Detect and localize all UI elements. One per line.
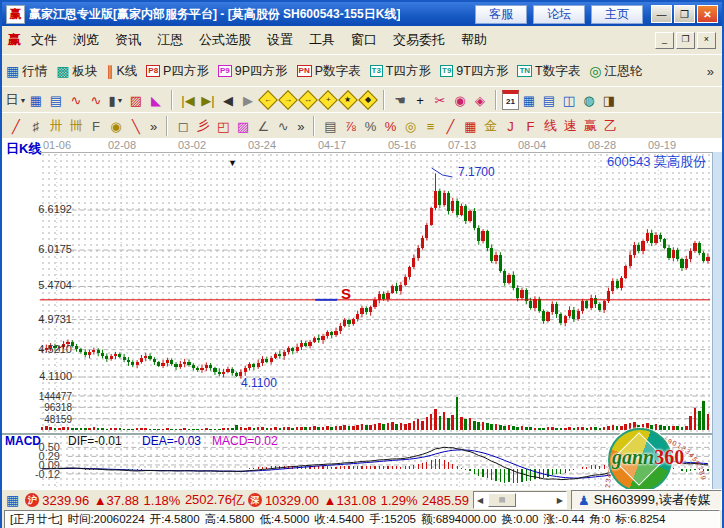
- calendar-icon[interactable]: 21: [502, 90, 519, 110]
- prev-bar-icon[interactable]: ◀: [218, 90, 238, 110]
- gann360-text-green: gann: [612, 446, 654, 468]
- knot-tool-icon[interactable]: ◈: [470, 90, 490, 110]
- cut-tool-icon[interactable]: ✂: [430, 90, 450, 110]
- spiral-tool-icon[interactable]: ◉: [106, 116, 126, 136]
- customer-service-button[interactable]: 客服: [475, 5, 527, 24]
- homepage-button[interactable]: 主页: [591, 5, 643, 24]
- child-minimize-button[interactable]: _: [655, 32, 674, 49]
- shenzhen-index-icon: 深: [248, 493, 262, 507]
- status-field-8: 换:0.00: [501, 512, 538, 527]
- j-line-icon[interactable]: J: [500, 116, 520, 136]
- quote-board-icon[interactable]: ▦: [6, 492, 19, 508]
- mini-chart9-icon[interactable]: ∿: [86, 90, 106, 110]
- t-table-button[interactable]: TNT数字表: [517, 63, 580, 80]
- pen2-tool-icon[interactable]: ╲: [126, 116, 146, 136]
- multi-window-icon[interactable]: ▦: [26, 90, 46, 110]
- percent-red-icon[interactable]: %: [380, 116, 400, 136]
- gann-left-icon[interactable]: ←: [258, 90, 278, 110]
- menu-item-5[interactable]: 设置: [267, 31, 293, 49]
- toolbar-overflow-chevron[interactable]: »: [297, 119, 304, 134]
- selected-stock-panel[interactable]: ♟ SH603999,读者传媒: [571, 490, 722, 510]
- web-data-icon[interactable]: ◍: [579, 90, 599, 110]
- percent-icon[interactable]: %: [360, 116, 380, 136]
- ruler-icon[interactable]: ▤: [320, 116, 340, 136]
- sectors-button[interactable]: ▩板块: [56, 63, 97, 80]
- gann-cross-icon[interactable]: +: [318, 90, 338, 110]
- gann-star-icon[interactable]: ★: [338, 90, 358, 110]
- menu-item-0[interactable]: 文件: [31, 31, 57, 49]
- quotes-button[interactable]: ▦行情: [6, 63, 47, 80]
- menu-item-3[interactable]: 江恩: [157, 31, 183, 49]
- gann-grid1-icon[interactable]: 卅: [46, 116, 66, 136]
- export-icon[interactable]: ◨: [599, 90, 619, 110]
- close-button[interactable]: ✕: [697, 5, 718, 23]
- gold-circle-icon[interactable]: ◎: [400, 116, 420, 136]
- candle-type-dropdown[interactable]: 日▼: [6, 90, 26, 110]
- line-text-icon[interactable]: 线: [540, 116, 560, 136]
- menu-item-7[interactable]: 窗口: [351, 31, 377, 49]
- next-bar-icon[interactable]: ▶: [238, 90, 258, 110]
- flower-tool-icon[interactable]: ◉: [450, 90, 470, 110]
- menu-item-9[interactable]: 帮助: [461, 31, 487, 49]
- menu-item-2[interactable]: 资讯: [115, 31, 141, 49]
- mini-chart3-icon[interactable]: ∿: [66, 90, 86, 110]
- gann-wheel-button[interactable]: ◎江恩轮: [589, 63, 642, 80]
- win-line-icon[interactable]: 赢: [580, 116, 600, 136]
- kline-button[interactable]: ∥K线: [106, 63, 137, 80]
- p-square-button[interactable]: P8P四方形: [146, 63, 209, 80]
- gold-text-icon[interactable]: 金: [480, 116, 500, 136]
- square-pattern-icon[interactable]: ▨: [233, 116, 253, 136]
- menu-item-6[interactable]: 工具: [309, 31, 335, 49]
- report-icon[interactable]: ▤: [46, 90, 66, 110]
- p-table-button[interactable]: PNP数字表: [297, 63, 361, 80]
- toolbar-overflow-chevron[interactable]: »: [150, 119, 157, 134]
- percent7-icon[interactable]: ⅞: [340, 116, 360, 136]
- t-square-button[interactable]: T3T四方形: [370, 63, 431, 80]
- red-grid-icon[interactable]: ▦: [460, 116, 480, 136]
- memo-icon[interactable]: ▤: [539, 90, 559, 110]
- speed-line-icon[interactable]: 速: [560, 116, 580, 136]
- crosshair-tool-icon[interactable]: +: [410, 90, 430, 110]
- grid-tool-icon[interactable]: ♯: [26, 116, 46, 136]
- minimize-button[interactable]: —: [651, 5, 672, 23]
- gold-line-icon[interactable]: ≡: [420, 116, 440, 136]
- gann-lr-icon[interactable]: ↔: [298, 90, 318, 110]
- menu-item-4[interactable]: 公式选股: [199, 31, 251, 49]
- f-line-icon[interactable]: F: [520, 116, 540, 136]
- angle-tool-icon[interactable]: ∠: [253, 116, 273, 136]
- bar-type-dropdown[interactable]: ▮▼: [106, 90, 126, 110]
- fibonacci-tool-icon[interactable]: F: [86, 116, 106, 136]
- gann-all-icon[interactable]: ◆: [358, 90, 378, 110]
- selected-stock-label: SH603999,读者传媒: [594, 491, 711, 509]
- toolbar-overflow-chevron[interactable]: »: [707, 64, 714, 79]
- child-close-button[interactable]: ×: [697, 32, 716, 49]
- gann-right-icon[interactable]: →: [278, 90, 298, 110]
- child-restore-button[interactable]: ❐: [676, 32, 695, 49]
- red-pattern-icon[interactable]: ▨: [126, 90, 146, 110]
- hand-tool-icon[interactable]: ☚: [390, 90, 410, 110]
- ticker-scrollbar[interactable]: ◀ ▤ ▶: [473, 491, 567, 509]
- ticker-scroll-thumb[interactable]: ▤: [488, 493, 516, 507]
- last-bar-icon[interactable]: ▶|: [198, 90, 218, 110]
- color-flag-icon[interactable]: ◣: [146, 90, 166, 110]
- calculator-icon[interactable]: ▦: [519, 90, 539, 110]
- t9-square-button[interactable]: T99T四方形: [440, 63, 508, 80]
- first-bar-icon[interactable]: |◀: [178, 90, 198, 110]
- chart-area[interactable]: 日K线 01-0602-0803-0203-2404-1705-1607-130…: [2, 138, 722, 489]
- ticker-scroll-right-icon[interactable]: ▶: [554, 496, 566, 505]
- restore-button[interactable]: ❐: [674, 5, 695, 23]
- menu-item-8[interactable]: 交易委托: [393, 31, 445, 49]
- ticker-scroll-left-icon[interactable]: ◀: [474, 496, 486, 505]
- z-line-icon[interactable]: 乙: [600, 116, 620, 136]
- box-tool-icon[interactable]: ◻: [173, 116, 193, 136]
- menu-item-1[interactable]: 浏览: [73, 31, 99, 49]
- fan-tool-icon[interactable]: 彡: [193, 116, 213, 136]
- forum-button[interactable]: 论坛: [533, 5, 585, 24]
- pen3-icon[interactable]: ╱: [440, 116, 460, 136]
- save-icon[interactable]: ◫: [559, 90, 579, 110]
- p9-square-button[interactable]: P99P四方形: [218, 63, 288, 80]
- circle-pattern-icon[interactable]: ◰: [213, 116, 233, 136]
- pen-tool-icon[interactable]: ╱: [6, 116, 26, 136]
- gann-grid2-icon[interactable]: 卌: [66, 116, 86, 136]
- wave-tool-icon[interactable]: ∿: [273, 116, 293, 136]
